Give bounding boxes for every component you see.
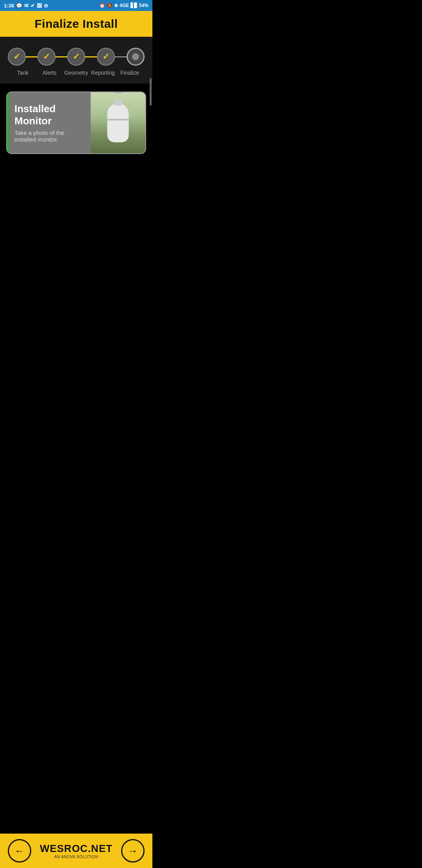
- steps-row: ✓ ✓ ✓ ✓: [8, 48, 145, 66]
- checkmark-icon: ✓: [13, 52, 20, 62]
- label-reporting: Reporting: [89, 70, 116, 76]
- tank-shape: [107, 103, 129, 142]
- card-image[interactable]: [91, 92, 145, 153]
- step-circle-reporting: ✓: [97, 48, 115, 66]
- main-content: Installed Monitor Take a photo of the in…: [0, 84, 152, 310]
- bluetooth-icon: ⊕: [114, 3, 118, 8]
- step-tank[interactable]: ✓: [8, 48, 26, 66]
- label-tank: Tank: [9, 70, 36, 76]
- alarm-icon: ⏰: [99, 3, 105, 8]
- label-geometry: Geometry: [63, 70, 89, 76]
- step-circle-alerts: ✓: [38, 48, 55, 66]
- step-circle-tank: ✓: [8, 48, 26, 66]
- card-subtitle: Take a photo of the installed monitor.: [14, 129, 86, 143]
- tank-background: [91, 92, 145, 153]
- label-alerts: Alerts: [36, 70, 63, 76]
- status-right: ⏰ 🔕 ⊕ 4GE ▋▊ 54%: [99, 3, 148, 8]
- checkmark-icon-4: ✓: [102, 52, 109, 62]
- steps-labels: Tank Alerts Geometry Reporting Finalize: [8, 70, 145, 76]
- tank-band: [107, 119, 129, 120]
- step-reporting[interactable]: ✓: [97, 48, 115, 66]
- step-circle-geometry: ✓: [67, 48, 85, 66]
- card-accent-bar: [7, 92, 10, 153]
- page-title: Finalize Install: [0, 17, 152, 30]
- status-left: 1:38 💬 ✉ ✔ 🖼 ⊖: [4, 3, 48, 9]
- check-icon: ✔: [30, 3, 35, 9]
- battery-label: 54%: [139, 3, 148, 8]
- step-geometry[interactable]: ✓: [67, 48, 85, 66]
- active-dot: [132, 53, 139, 60]
- email-icon: ✉: [24, 3, 29, 9]
- step-line-2: [55, 56, 67, 57]
- progress-section: ✓ ✓ ✓ ✓: [0, 37, 152, 84]
- status-bar: 1:38 💬 ✉ ✔ 🖼 ⊖ ⏰ 🔕 ⊕ 4GE ▋▊ 54%: [0, 0, 152, 11]
- checkmark-icon-2: ✓: [43, 52, 50, 62]
- image-icon: 🖼: [37, 3, 42, 9]
- checkmark-icon-3: ✓: [73, 52, 80, 62]
- scrollbar[interactable]: [150, 78, 152, 106]
- tank-valve: [113, 92, 123, 93]
- message-icon: 💬: [16, 3, 22, 9]
- card-text-area: Installed Monitor Take a photo of the in…: [10, 92, 91, 153]
- step-line-1: [26, 56, 38, 57]
- minus-icon: ⊖: [44, 3, 48, 9]
- card-title: Installed Monitor: [14, 103, 86, 127]
- signal-label: 4GE: [120, 3, 129, 8]
- page-header: Finalize Install: [0, 11, 152, 37]
- step-finalize[interactable]: [127, 48, 145, 66]
- bars-icon: ▋▊: [131, 3, 138, 8]
- tank-head: [114, 99, 122, 106]
- mute-icon: 🔕: [107, 3, 113, 8]
- step-circle-finalize: [127, 48, 145, 66]
- step-line-4: [115, 56, 127, 57]
- monitor-card[interactable]: Installed Monitor Take a photo of the in…: [6, 91, 146, 154]
- step-line-3: [85, 56, 97, 57]
- time: 1:38: [4, 3, 14, 9]
- step-alerts[interactable]: ✓: [38, 48, 55, 66]
- label-finalize: Finalize: [116, 70, 143, 76]
